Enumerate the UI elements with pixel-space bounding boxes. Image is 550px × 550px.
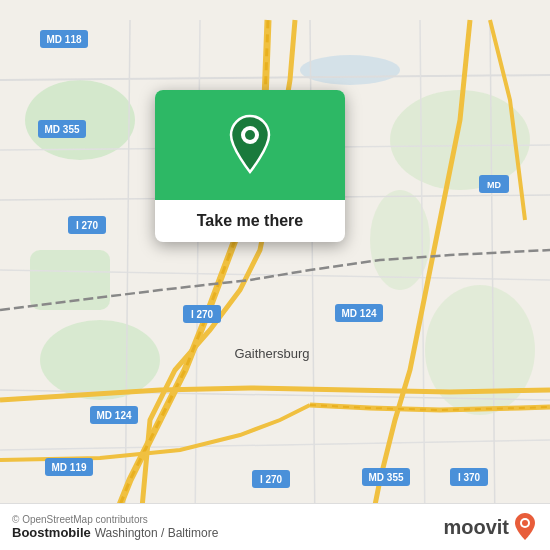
popup-header [155, 90, 345, 200]
take-me-there-button[interactable]: Take me there [155, 200, 345, 242]
popup-pointer [240, 241, 260, 242]
svg-text:MD 124: MD 124 [341, 308, 376, 319]
bottom-bar: © OpenStreetMap contributors Boostmobile… [0, 503, 550, 550]
map-svg: MD 118 MD 355 I 270 I 270 I 270 MD 124 M… [0, 0, 550, 550]
bottom-left-info: © OpenStreetMap contributors Boostmobile… [12, 514, 218, 540]
svg-point-4 [40, 320, 160, 400]
location-popup: Take me there [155, 90, 345, 242]
svg-text:I 370: I 370 [458, 472, 481, 483]
moovit-logo: moovit [443, 512, 538, 542]
svg-line-12 [0, 440, 550, 450]
svg-text:I 270: I 270 [191, 309, 214, 320]
moovit-text: moovit [443, 516, 509, 539]
city-info: Washington / Baltimore [95, 526, 219, 540]
svg-point-42 [245, 130, 255, 140]
app-name: Boostmobile [12, 525, 91, 540]
svg-text:I 270: I 270 [260, 474, 283, 485]
svg-text:MD 119: MD 119 [51, 462, 86, 473]
svg-point-6 [300, 55, 400, 85]
moovit-pin-icon [512, 512, 538, 542]
svg-text:MD 118: MD 118 [46, 34, 81, 45]
svg-point-44 [522, 520, 528, 526]
svg-text:MD 124: MD 124 [96, 410, 131, 421]
svg-text:MD: MD [487, 180, 501, 190]
location-pin-icon [224, 114, 276, 176]
app-info: Boostmobile Washington / Baltimore [12, 525, 218, 540]
svg-text:MD 355: MD 355 [44, 124, 79, 135]
svg-text:I 270: I 270 [76, 220, 99, 231]
svg-text:MD 355: MD 355 [368, 472, 403, 483]
svg-line-7 [0, 75, 550, 80]
attribution: © OpenStreetMap contributors [12, 514, 218, 525]
svg-point-2 [370, 190, 430, 290]
svg-point-5 [425, 285, 535, 415]
map-container: MD 118 MD 355 I 270 I 270 I 270 MD 124 M… [0, 0, 550, 550]
svg-text:Gaithersburg: Gaithersburg [234, 346, 309, 361]
